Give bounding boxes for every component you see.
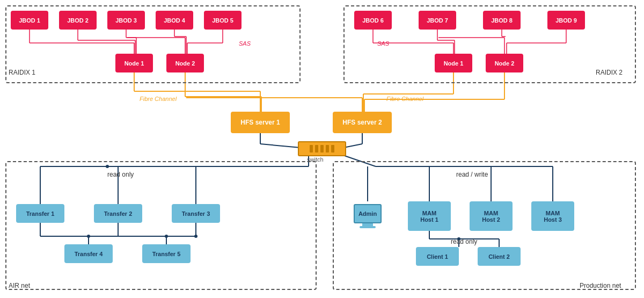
airnet-box: [5, 161, 317, 290]
admin-host: Admin: [346, 201, 389, 231]
jbod9: JBOD 9: [547, 11, 585, 30]
svg-line-47: [343, 144, 362, 148]
transfer3: Transfer 3: [172, 204, 220, 223]
raidix1-box: [5, 5, 301, 83]
hfs-server1: HFS server 1: [231, 112, 290, 133]
jbod5: JBOD 5: [204, 11, 241, 30]
transfer4: Transfer 4: [64, 244, 113, 263]
jbod7: JBOD 7: [419, 11, 456, 30]
jbod1: JBOD 1: [11, 11, 48, 30]
mamhost3: MAM Host 3: [531, 201, 574, 231]
transfer2: Transfer 2: [94, 204, 142, 223]
r2-node1: Node 1: [435, 54, 472, 72]
raidix1-label: RAIDIX 1: [9, 69, 35, 76]
r1-node1: Node 1: [115, 54, 153, 72]
sas1-label: SAS: [239, 40, 251, 47]
client1: Client 1: [416, 247, 459, 266]
jbod8: JBOD 8: [483, 11, 521, 30]
hfs-server2: HFS server 2: [333, 112, 392, 133]
read-only-air-label: read only: [107, 171, 134, 178]
prodnet-label: Production net: [580, 282, 621, 289]
fibre1-label: Fibre Channel: [140, 96, 177, 102]
r2-node2: Node 2: [486, 54, 523, 72]
read-only-clients-label: read only: [451, 238, 477, 245]
switch-box: [298, 141, 346, 156]
mamhost1: MAM Host 1: [408, 201, 451, 231]
jbod6: JBOD 6: [354, 11, 392, 30]
mamhost2: MAM Host 2: [470, 201, 513, 231]
jbod3: JBOD 3: [107, 11, 145, 30]
sas2-label: SAS: [377, 40, 389, 47]
jbod2: JBOD 2: [59, 11, 97, 30]
svg-line-45: [260, 144, 301, 148]
jbod4: JBOD 4: [156, 11, 193, 30]
client2: Client 2: [478, 247, 521, 266]
airnet-label: AIR net: [9, 282, 30, 289]
diagram: RAIDIX 1 RAIDIX 2 JBOD 1 JBOD 2 JBOD 3 J…: [0, 0, 644, 298]
read-write-label: read / write: [456, 171, 488, 178]
r1-node2: Node 2: [166, 54, 204, 72]
raidix2-label: RAIDIX 2: [596, 69, 623, 76]
transfer5: Transfer 5: [142, 244, 191, 263]
transfer1: Transfer 1: [16, 204, 64, 223]
fibre2-label: Fibre Channel: [386, 96, 423, 102]
